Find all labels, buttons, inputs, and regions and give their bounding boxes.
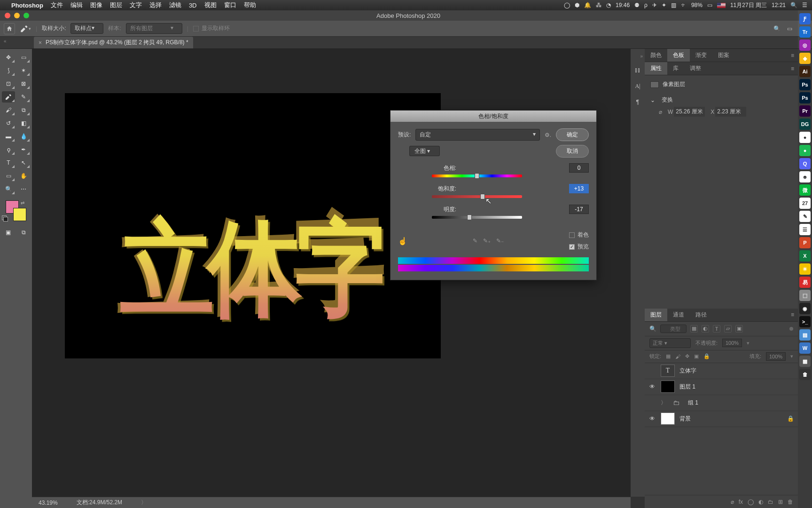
hand-tool[interactable]: ✋ (17, 170, 30, 182)
tab-channels[interactable]: 通道 (667, 309, 690, 321)
menu-view[interactable]: 视图 (204, 1, 217, 9)
panel-flyout-icon[interactable]: ≡ (787, 65, 798, 72)
layer-row[interactable]: 👁 T 立体字 (645, 363, 798, 379)
sparkle-icon[interactable]: ✦ (662, 2, 666, 8)
telegram-icon[interactable]: ✈ (652, 2, 657, 8)
hue-slider[interactable] (432, 175, 522, 179)
eyedropper-tool[interactable] (2, 91, 15, 103)
type-tool[interactable]: T (2, 157, 15, 168)
spectrum-input[interactable] (398, 257, 589, 264)
frame-tool[interactable]: ⊠ (17, 78, 30, 89)
saturation-slider[interactable] (432, 195, 522, 200)
tab-properties[interactable]: 属性 (645, 62, 667, 75)
dock-app-icon[interactable]: Ps (799, 79, 811, 90)
saturation-value[interactable]: +13 (569, 184, 589, 193)
menu-select[interactable]: 选择 (149, 1, 162, 9)
group-caret-icon[interactable]: 〉 (661, 399, 666, 407)
document-tab[interactable]: × PS制作立体字体.psd @ 43.2% (图层 2 拷贝 49, RGB/… (34, 37, 193, 48)
notif-icon[interactable]: 🔔 (584, 2, 591, 8)
character-panel-icon[interactable]: ⫿⫿ (633, 65, 642, 75)
zoom-window-button[interactable] (23, 13, 29, 18)
dock-app-icon[interactable]: ● (799, 145, 811, 156)
quick-select-tool[interactable]: ✶ (17, 65, 30, 76)
dock-app-icon[interactable]: 易 (799, 277, 811, 288)
app-menu[interactable]: Photoshop (11, 2, 43, 9)
collapse-left-icon[interactable]: « (4, 39, 7, 44)
lock-nest-icon[interactable]: ▣ (694, 353, 699, 359)
tab-swatches[interactable]: 色板 (667, 49, 690, 62)
battery-icon[interactable]: ▥ (671, 2, 676, 8)
panel-flyout-icon[interactable]: ≡ (787, 52, 798, 59)
preset-gear-icon[interactable]: ⚙. (545, 132, 551, 138)
quickmask-button[interactable]: ▣ (2, 227, 15, 238)
layer-row[interactable]: 👁 背景 🔒 (645, 411, 798, 427)
lock-all-icon[interactable]: 🔒 (703, 353, 710, 359)
expand-icon[interactable]: » (640, 54, 643, 59)
dock-app-icon[interactable]: Pr (799, 105, 811, 117)
dock-app-icon[interactable]: Ps (799, 92, 811, 103)
marquee-tool[interactable]: ▭ (17, 52, 30, 63)
battery2-icon[interactable]: ▭ (707, 2, 712, 8)
filter-search-icon[interactable]: 🔍 (649, 325, 656, 332)
transform-header[interactable]: 变换 (662, 96, 673, 104)
lock-icon[interactable]: 🔒 (787, 415, 794, 422)
clock-icon[interactable]: ◔ (606, 2, 611, 8)
close-window-button[interactable] (5, 13, 10, 18)
workspace-icon[interactable]: ▭ (787, 25, 792, 32)
brush-tool[interactable]: 🖌 (2, 104, 15, 116)
visibility-toggle[interactable]: 👁 (648, 415, 656, 422)
glyph-panel-icon[interactable]: A| (633, 81, 642, 91)
shield-icon[interactable]: ⬢ (575, 2, 579, 8)
lasso-tool[interactable]: ⟆ (2, 65, 15, 76)
dock-app-icon[interactable]: ▦ (799, 356, 811, 367)
dock-app-icon[interactable]: ☰ (799, 224, 811, 235)
link-wh-icon[interactable]: ⌀ (659, 109, 662, 115)
dock-app-icon[interactable]: P (799, 237, 811, 248)
search-icon[interactable]: 🔍 (773, 25, 781, 32)
healing-tool[interactable]: ✎ (17, 91, 30, 103)
dock-app-icon[interactable]: ☀ (799, 263, 811, 275)
tab-patterns[interactable]: 图案 (712, 49, 735, 62)
dock-app-icon[interactable]: ● (799, 132, 811, 143)
dock-app-icon[interactable]: ▤ (799, 329, 811, 341)
preview-checkbox[interactable]: ✓预览 (569, 243, 589, 251)
layer-thumb[interactable] (661, 413, 675, 425)
ok-button[interactable]: 确定 (556, 128, 589, 141)
sample-layers-select[interactable]: 所有图层 ▾ (126, 23, 182, 34)
trash-icon[interactable]: 🗑 (788, 499, 793, 505)
section-caret-icon[interactable]: ⌄ (650, 97, 655, 103)
filter-adjust-icon[interactable]: ◐ (702, 325, 709, 333)
rec-icon[interactable]: ◯ (564, 2, 570, 8)
fill-value[interactable]: 100% (766, 352, 786, 361)
fx-icon[interactable]: fx (739, 499, 743, 505)
filter-pixel-icon[interactable]: ▦ (690, 325, 698, 333)
input-flag-icon[interactable] (717, 3, 726, 8)
menu-edit[interactable]: 编辑 (70, 1, 83, 9)
menu-image[interactable]: 图像 (90, 1, 102, 9)
targeted-adjust-icon[interactable]: ☝ (398, 237, 407, 246)
dock-app-icon[interactable]: >_ (799, 316, 811, 327)
dock-app-icon[interactable]: Tr (799, 26, 811, 38)
dock-app-icon[interactable]: 27 (799, 198, 811, 209)
sample-size-select[interactable]: 取样点 ▾ (70, 23, 103, 34)
filter-toggle[interactable] (789, 327, 793, 331)
lightness-value[interactable]: -17 (569, 205, 589, 214)
zoom-level[interactable]: 43.19% (39, 500, 58, 506)
cancel-button[interactable]: 取消 (556, 145, 589, 158)
lock-trans-icon[interactable]: ▦ (666, 353, 671, 359)
eyedropper-icon[interactable]: ✎ (473, 238, 477, 244)
screenmode-button[interactable]: ⧉ (17, 227, 30, 238)
current-tool-icon[interactable]: ▾ (20, 23, 31, 34)
filter-shape-icon[interactable]: ▱ (724, 325, 732, 333)
tab-gradients[interactable]: 渐变 (690, 49, 712, 62)
shape-tool[interactable]: ▭ (2, 170, 15, 182)
new-layer-icon[interactable]: ⊞ (778, 499, 783, 505)
dock-app-icon[interactable]: ✎ (799, 211, 811, 222)
history-brush-tool[interactable]: ↺ (2, 118, 15, 129)
filter-smart-icon[interactable]: ▣ (735, 325, 743, 333)
menu-help[interactable]: 帮助 (244, 1, 256, 9)
eyedropper-add-icon[interactable]: ✎₊ (483, 238, 491, 244)
layer-thumb[interactable] (661, 381, 675, 393)
link-layers-icon[interactable]: ⌀ (731, 499, 734, 505)
swap-colors-icon[interactable]: ⇄ (21, 200, 24, 206)
